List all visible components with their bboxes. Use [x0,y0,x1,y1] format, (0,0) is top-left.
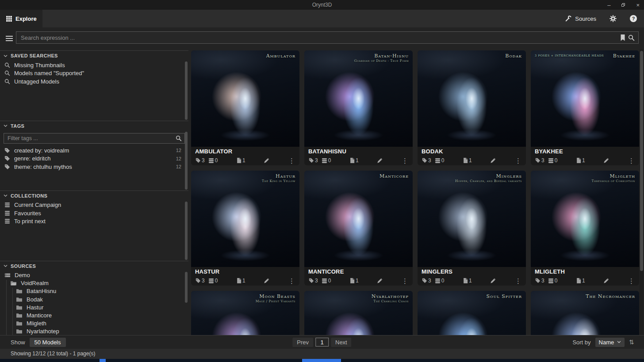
source-tree-item[interactable]: Nyarlathotep [0,328,188,335]
model-card[interactable]: 3 Poses + Interchangeable Heads Byakhee … [531,50,639,165]
model-thumbnail[interactable]: Soul Spitter [418,291,526,335]
search-box[interactable] [16,31,639,44]
stack-icon [4,210,10,216]
collections-list: Current Campaign Favourites To print nex… [0,201,188,261]
edit-pencil-button[interactable] [264,278,270,284]
collection-item[interactable]: Favourites [0,209,188,217]
model-thumbnail[interactable]: The Necromancer [531,291,639,335]
sort-select[interactable]: Name [595,338,625,347]
source-tree-item[interactable]: BatanHisnu [0,287,188,295]
folder-icon [16,297,23,302]
page-size-button[interactable]: 50 Models [30,338,66,347]
model-card[interactable]: Bodak BODAK 3 0 1 ⋮ [418,50,526,165]
sort-select-value: Name [599,339,614,346]
next-page-button[interactable]: Next [331,338,352,347]
more-options-button[interactable]: ⋮ [402,157,408,164]
tag-item[interactable]: genre: eldritch 12 [0,154,188,163]
collections-header[interactable]: COLLECTIONS [0,191,188,201]
source-tree-item[interactable]: Hastur [0,303,188,311]
model-card[interactable]: Hastur The King in Yellow HASTUR 3 0 1 ⋮ [191,171,299,286]
help-button[interactable]: ? [630,15,637,22]
tags-header[interactable]: TAGS [0,121,188,131]
more-options-button[interactable]: ⋮ [628,157,635,164]
tag-count-badge: 3 [196,278,205,284]
model-card[interactable]: Batan-Hisnu Guardian of Death - True For… [304,50,413,165]
tag-label: theme: chtulhu mythos [14,164,72,170]
grid-scrollbar-thumb[interactable] [640,51,643,271]
scrollbar[interactable] [185,272,188,303]
tab-explore[interactable]: Explore [0,10,42,27]
maximize-button[interactable] [621,3,625,7]
model-card[interactable]: Minglers Hopper, Crawler, and Bipedal va… [418,171,526,286]
edit-pencil-button[interactable] [377,157,383,164]
model-card[interactable]: Soul Spitter ⋮ [418,291,526,335]
sort-direction-button[interactable]: ⇅ [629,339,634,346]
collection-item[interactable]: To print next [0,217,188,226]
model-thumbnail[interactable]: Manticore [304,171,413,267]
model-thumbnail[interactable]: Mligleth Threshold of Corruption [531,171,639,267]
app-window: Orynt3D – × Explore Sources ? [0,0,644,362]
saved-searches-header[interactable]: SAVED SEARCHES [0,51,188,61]
edit-pencil-button[interactable] [603,278,610,284]
tag-filter-input[interactable] [4,135,176,141]
model-thumbnail[interactable]: Batan-Hisnu Guardian of Death - True For… [304,50,413,147]
source-tree-item[interactable]: VoidRealm [0,279,188,287]
hamburger-menu-icon[interactable] [6,36,13,41]
source-label: Manticore [27,312,52,319]
source-tree-item[interactable]: Demo [0,271,188,279]
model-thumbnail[interactable]: Moon Beasts Mage / Priest Variants [191,291,299,335]
model-card[interactable]: The Necromancer ⋮ [531,291,639,335]
model-card[interactable]: Ambulator AMBULATOR 3 0 1 ⋮ [191,50,299,165]
scrollbar[interactable] [185,202,188,260]
source-tree-item[interactable]: Manticore [0,311,188,319]
model-thumbnail[interactable]: 3 Poses + Interchangeable Heads Byakhee [531,50,639,147]
search-input[interactable] [16,34,620,41]
collection-item[interactable]: Current Campaign [0,201,188,210]
saved-search-item[interactable]: Models named "Supported" [0,69,188,78]
model-card[interactable]: Nyarlathotep The Crawling Chaos ⋮ [304,291,413,335]
prev-page-button[interactable]: Prev [292,338,313,347]
model-card[interactable]: Moon Beasts Mage / Priest Variants ⋮ [191,291,299,335]
tag-filter-box[interactable] [4,133,185,144]
edit-pencil-button[interactable] [377,278,383,284]
page-number-input[interactable] [315,338,329,347]
saved-search-item[interactable]: Missing Thumbnails [0,61,188,69]
edit-pencil-button[interactable] [490,278,496,284]
more-options-button[interactable]: ⋮ [288,278,295,284]
model-thumbnail[interactable]: Bodak [418,50,526,147]
thumbnail-subtitle: Threshold of Corruption [591,179,635,183]
grid-scrollbar[interactable] [640,50,644,335]
source-tree-item[interactable]: Mligleth [0,320,188,328]
more-options-button[interactable]: ⋮ [628,278,635,284]
model-card[interactable]: Mligleth Threshold of Corruption MLIGLET… [531,171,639,286]
scrollbar[interactable] [185,61,188,120]
more-options-button[interactable]: ⋮ [515,157,521,164]
more-options-button[interactable]: ⋮ [515,278,521,284]
tag-item[interactable]: theme: chtulhu mythos 12 [0,163,188,171]
model-card[interactable]: Manticore MANTICORE 3 0 1 ⋮ [304,171,413,286]
model-thumbnail[interactable]: Hastur The King in Yellow [191,171,299,267]
minimize-button[interactable]: – [607,2,610,8]
sources-header[interactable]: SOURCES [0,261,188,271]
scrollbar[interactable] [185,132,188,190]
source-label: Mligleth [27,320,46,327]
model-thumbnail[interactable]: Minglers Hopper, Crawler, and Bipedal va… [418,171,526,267]
saved-search-item[interactable]: Untagged Models [0,77,188,86]
sources-button[interactable]: Sources [565,15,596,22]
close-button[interactable]: × [636,2,640,8]
source-tree-item[interactable]: Bodak [0,295,188,303]
search-icon[interactable] [628,34,635,41]
model-thumbnail[interactable]: Ambulator [191,50,299,147]
tag-item[interactable]: created by: voidrealm 12 [0,146,188,155]
edit-pencil-button[interactable] [603,157,610,164]
model-thumbnail[interactable]: Nyarlathotep The Crawling Chaos [304,291,413,335]
settings-button[interactable] [610,15,617,22]
folder-icon [16,328,23,334]
more-options-button[interactable]: ⋮ [288,157,295,164]
bookmark-icon[interactable] [620,34,625,41]
window-titlebar: Orynt3D – × [0,0,644,10]
more-options-button[interactable]: ⋮ [402,278,408,284]
source-label: Hastur [27,304,43,311]
edit-pencil-button[interactable] [264,157,270,164]
edit-pencil-button[interactable] [490,157,496,164]
